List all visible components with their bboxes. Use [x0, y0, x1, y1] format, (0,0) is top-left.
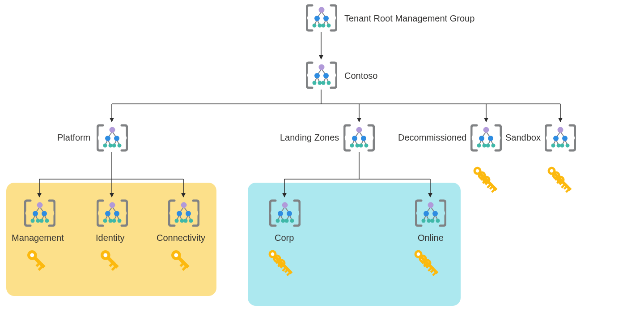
management-group-icon [97, 199, 128, 227]
management-group-icon [168, 199, 199, 227]
node-platform-label: Platform [57, 133, 90, 143]
node-connectivity-label: Connectivity [157, 233, 205, 243]
node-online-label: Online [418, 233, 444, 243]
subscription-key-icon [26, 249, 48, 271]
management-group-icon [545, 124, 576, 152]
management-group-icon [24, 199, 55, 227]
node-corp-label: Corp [275, 233, 294, 243]
management-group-icon [306, 4, 337, 32]
node-landing-zones-label: Landing Zones [280, 133, 339, 143]
management-group-icon [470, 124, 502, 152]
node-sandbox-label: Sandbox [505, 133, 541, 143]
node-contoso-label: Contoso [344, 71, 378, 81]
management-group-icon [306, 61, 337, 90]
management-group-icon [415, 199, 446, 227]
node-identity-label: Identity [96, 233, 124, 243]
subscription-key-icon [99, 249, 122, 271]
subscription-key-icon [547, 166, 575, 194]
subscription-key-icon [413, 249, 442, 278]
node-tenant-root-label: Tenant Root Management Group [344, 13, 475, 24]
subscription-key-icon [267, 249, 296, 278]
node-decommissioned-label: Decommissioned [398, 133, 466, 143]
subscription-key-icon [472, 166, 501, 194]
diagram-stage: Tenant Root Management Group Contoso Pla… [0, 0, 644, 317]
subscription-key-icon [170, 249, 192, 271]
management-group-icon [343, 124, 375, 152]
management-group-icon [269, 199, 301, 227]
management-group-icon [97, 124, 128, 152]
node-management-label: Management [12, 233, 64, 243]
